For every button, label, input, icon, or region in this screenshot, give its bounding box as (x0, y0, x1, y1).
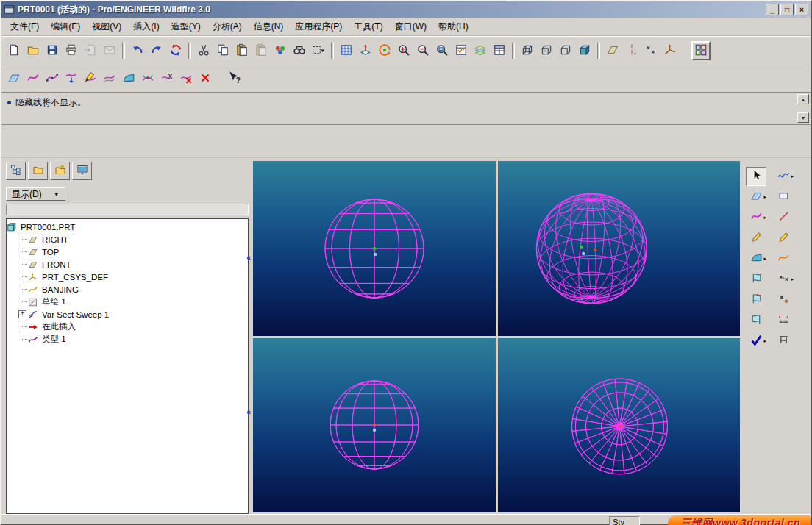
redo-button[interactable] (147, 41, 166, 60)
style-curve-points-button[interactable] (43, 69, 62, 88)
wireframe-display-button[interactable] (518, 41, 537, 60)
view-manager-button[interactable] (490, 41, 509, 60)
saved-views-button[interactable] (452, 41, 471, 60)
style-trim-button[interactable] (157, 69, 177, 88)
tree-item-right-plane[interactable]: RIGHT (7, 233, 248, 246)
dimension-tool-button[interactable] (773, 311, 794, 330)
measure-tool-button[interactable] (773, 332, 794, 351)
sketch-tool-button[interactable] (773, 229, 794, 248)
arc-tool-button[interactable] (773, 249, 794, 268)
collapse-panel-icon[interactable]: « (246, 254, 251, 261)
expand-toggle-icon[interactable]: + (18, 310, 26, 318)
tree-item-top-plane[interactable]: TOP (7, 246, 248, 258)
message-scroll-up-icon[interactable]: ▲ (797, 94, 809, 104)
curve-flyout-button[interactable]: ▸ (746, 208, 766, 227)
datum-planes-toggle-button[interactable] (603, 41, 622, 60)
find-button[interactable] (290, 41, 309, 60)
delete-tool-button[interactable] (773, 290, 794, 310)
menu-item-edit[interactable]: 编辑(E) (45, 18, 86, 35)
line-tool-button[interactable] (773, 208, 794, 227)
hidden-line-display-button[interactable] (537, 41, 556, 60)
navigator-toggle-button[interactable] (691, 41, 710, 60)
style-surface-button[interactable] (119, 69, 138, 88)
copy-from-button[interactable] (81, 41, 100, 60)
style-drop-curve-button[interactable] (62, 69, 81, 88)
done-button[interactable]: ▸ (746, 332, 766, 351)
show-menu-button[interactable]: 显示(D)▼ (6, 188, 65, 201)
regenerate-button[interactable] (166, 41, 185, 60)
point-tool-button[interactable]: ▸ (773, 270, 794, 289)
surface-connect-button[interactable] (746, 290, 766, 310)
minimize-button[interactable]: _ (766, 4, 779, 15)
shaded-display-button[interactable] (575, 41, 594, 60)
surface-edit-button[interactable] (746, 270, 766, 289)
spin-center-button[interactable] (375, 41, 394, 60)
refit-button[interactable] (432, 41, 452, 60)
curve-tool-button[interactable]: ▸ (773, 167, 794, 186)
menu-item-analysis[interactable]: 分析(A) (207, 18, 248, 35)
menu-item-view[interactable]: 视图(V) (86, 18, 127, 35)
message-scroll-down-icon[interactable]: ▼ (797, 113, 809, 123)
viewport-top-right[interactable] (498, 161, 740, 336)
favorites-tab[interactable] (50, 162, 70, 180)
tree-item-root[interactable]: PRT0001.PRT (7, 221, 248, 233)
viewport-bottom-left[interactable] (253, 338, 496, 512)
datum-axes-toggle-button[interactable] (622, 41, 641, 60)
new-file-button[interactable] (4, 41, 24, 60)
context-help-button[interactable]: ? (225, 69, 244, 88)
style-abort-button[interactable] (196, 69, 215, 88)
paste-button[interactable] (232, 41, 252, 60)
menu-item-help[interactable]: 帮助(H) (432, 18, 474, 35)
style-offset-curve-button[interactable] (100, 69, 119, 88)
tree-item-front-plane[interactable]: FRONT (7, 258, 248, 271)
undo-button[interactable] (128, 41, 147, 60)
tree-filter-bar[interactable] (6, 204, 249, 215)
appearance-button[interactable] (271, 41, 290, 60)
menu-item-info[interactable]: 信息(N) (248, 18, 290, 35)
send-mail-button[interactable] (100, 41, 119, 60)
zoom-out-button[interactable] (413, 41, 432, 60)
cut-button[interactable] (194, 41, 213, 60)
edit-curve-button[interactable] (746, 229, 766, 248)
orient-mode-button[interactable] (356, 41, 375, 60)
menu-item-file[interactable]: 文件(F) (4, 18, 45, 35)
no-hidden-display-button[interactable] (556, 41, 575, 60)
collapse-panel-icon[interactable]: « (246, 408, 251, 415)
style-connect-button[interactable] (138, 69, 157, 88)
close-button[interactable]: × (795, 4, 808, 15)
selection-filter-button[interactable] (309, 41, 328, 60)
zoom-in-button[interactable] (394, 41, 413, 60)
viewport-bottom-right[interactable] (498, 338, 740, 512)
menu-item-insert[interactable]: 插入(I) (127, 18, 165, 35)
active-plane-flyout-button[interactable]: ▸ (746, 188, 766, 207)
repaint-button[interactable] (337, 41, 356, 60)
viewport-top-left[interactable] (253, 161, 496, 336)
open-file-button[interactable] (24, 41, 43, 60)
style-curve-button[interactable] (24, 69, 43, 88)
tree-item-style-1[interactable]: 类型 1 (7, 333, 248, 346)
tree-item-banjing[interactable]: BANJING (7, 283, 248, 296)
connections-tab[interactable] (72, 162, 92, 180)
paste-special-button[interactable] (252, 41, 271, 60)
datum-points-toggle-button[interactable] (641, 41, 660, 60)
print-button[interactable] (62, 41, 81, 60)
copy-button[interactable] (213, 41, 232, 60)
style-delete-curve-button[interactable] (177, 69, 196, 88)
select-items-button[interactable] (746, 167, 766, 186)
rectangle-tool-button[interactable] (773, 188, 794, 207)
surface-flyout-button[interactable]: ▸ (746, 249, 766, 268)
maximize-button[interactable]: □ (780, 4, 794, 15)
tree-item-sketch-1[interactable]: 草绘 1 (7, 296, 248, 308)
save-button[interactable] (43, 41, 62, 60)
model-tree-tab[interactable] (6, 162, 26, 180)
surface-trim-button[interactable] (746, 311, 766, 330)
tree-item-var-sect-sweep-1[interactable]: +Var Sect Sweep 1 (7, 308, 248, 321)
style-edit-curve-button[interactable] (81, 69, 100, 88)
menu-item-applications[interactable]: 应用程序(P) (289, 18, 348, 35)
folder-browser-tab[interactable] (28, 162, 48, 180)
menu-item-styling[interactable]: 造型(Y) (165, 18, 207, 35)
set-active-plane-button[interactable] (4, 69, 24, 88)
tree-item-csys[interactable]: PRT_CSYS_DEF (7, 271, 248, 283)
csys-toggle-button[interactable] (660, 41, 680, 60)
layers-button[interactable] (471, 41, 490, 60)
